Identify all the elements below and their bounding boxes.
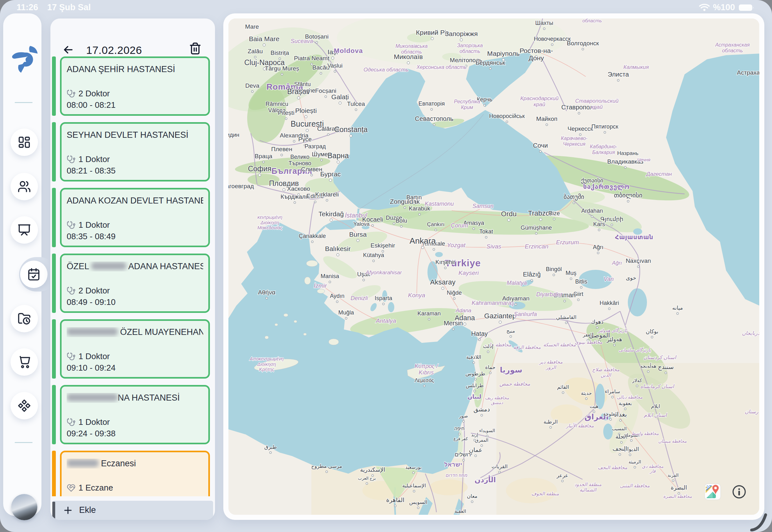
sidebar-item-orders[interactable] [11, 348, 38, 376]
map-label: رستان [745, 409, 759, 415]
map-label: Шахты [535, 20, 553, 26]
visit-list: ADANA ŞEHİR HASTANESİ2 Doktor08:00 - 08:… [50, 18, 215, 496]
visit-card[interactable]: ÖZEL ADANA HASTANESİ2 Doktor08:49 - 09:1… [52, 254, 212, 313]
map-label: Bistrița [271, 49, 289, 56]
sidebar-divider-bottom [15, 442, 33, 443]
maps-logo-icon[interactable] [704, 484, 721, 500]
visit-card-body[interactable]: SEYHAN DEVLET HASTANESİ1 Doktor08:21 - 0… [60, 122, 210, 181]
map-label: Дагестан [646, 171, 672, 177]
map-label: κεντρωμένηΔιοίκησηΜακεδονίας [257, 214, 283, 230]
visit-card-body[interactable]: ADANA ŞEHİR HASTANESİ2 Doktor08:00 - 08:… [60, 56, 210, 116]
add-visit-row[interactable]: Ekle [52, 501, 213, 520]
visit-card[interactable]: ADANA KOZAN DEVLET HASTANESİ1 Doktor08:3… [52, 188, 212, 247]
visit-card-body[interactable]: ADANA KOZAN DEVLET HASTANESİ1 Doktor08:3… [60, 188, 210, 247]
visit-title: ADANA KOZAN DEVLET HASTANESİ [67, 196, 203, 206]
map-label: Moldova [334, 47, 363, 54]
visit-card-body[interactable]: NA HASTANESİ1 Doktor09:24 - 09:38 [60, 385, 210, 444]
map-label: Adana [455, 314, 475, 322]
map-label: Астраха [737, 69, 759, 76]
battery-icon [738, 4, 754, 12]
map-label: თბილისი [614, 192, 642, 199]
openstreetmap-canvas[interactable]: Кривий РігЗапоріжжяМиколаївМаріупольМелі… [228, 18, 759, 515]
map-label: Бургас [320, 170, 341, 178]
map-label: Հայաստան [615, 234, 653, 240]
visit-card[interactable]: SEYHAN DEVLET HASTANESİ1 Doktor08:21 - 0… [52, 122, 212, 181]
map-label: Vaslui [327, 63, 343, 69]
stethoscope-icon [67, 155, 76, 164]
map-label: البصرة [671, 484, 687, 491]
visit-card[interactable]: Eczanesi1 Eczane [52, 451, 212, 496]
visit-count-label: 1 Doktor [78, 154, 110, 164]
visit-card-body[interactable]: ÖZEL MUAYENEHANE1 Doktor09:10 - 09:24 [60, 319, 210, 379]
visit-card[interactable]: ADANA ŞEHİR HASTANESİ2 Doktor08:00 - 08:… [52, 56, 212, 116]
map-card: Кривий РігЗапоріжжяМиколаївМаріупольМелі… [223, 13, 764, 520]
visit-count-label: 2 Doktor [78, 286, 110, 296]
visit-card[interactable]: ÖZEL MUAYENEHANE1 Doktor09:10 - 09:24 [52, 319, 212, 379]
map-label: Пятигорск [591, 123, 618, 130]
map-label: Yalova [353, 221, 370, 227]
map-label: идин [228, 132, 239, 138]
folder-clock-icon [18, 312, 31, 325]
user-avatar[interactable] [11, 494, 37, 520]
map-viewport[interactable]: Кривий РігЗапоріжжяМиколаївМаріупольМелі… [228, 18, 759, 515]
map-label: محافظة حمص [500, 381, 531, 387]
map-label: Eskişehir [370, 242, 395, 249]
visit-timeline-bar [52, 319, 56, 379]
map-label: Muğla [338, 309, 354, 316]
visit-time-range: 08:35 - 08:49 [67, 232, 115, 241]
sidebar-item-apps[interactable] [11, 392, 38, 419]
map-label: Сочи [533, 142, 548, 149]
map-label: Маріуполь [487, 50, 520, 57]
map-label: طرابلس [466, 383, 484, 389]
visit-title: SEYHAN DEVLET HASTANESİ [67, 130, 203, 140]
map-label: هه‌ولێر [606, 336, 622, 343]
map-label: Ağrı [593, 244, 603, 250]
sidebar-item-users[interactable] [11, 173, 38, 200]
sidebar-item-planning-active[interactable] [20, 261, 48, 288]
map-label: دهوك [591, 319, 603, 325]
map-label: محافظة البصرة [663, 494, 692, 499]
map-label: بورسعيد [405, 464, 421, 470]
status-time: 11:26 [17, 3, 38, 12]
map-label: هيت [590, 403, 598, 409]
map-label: Çorum [451, 222, 468, 229]
map-label: Kastamonu [425, 201, 454, 207]
map-label: Constanța [334, 125, 368, 134]
map-label: Одеська область [364, 67, 409, 73]
map-label: بغداد [614, 411, 627, 418]
visit-card-body[interactable]: ÖZEL ADANA HASTANESİ2 Doktor08:49 - 09:1… [60, 254, 210, 313]
sidebar-item-reports[interactable] [11, 305, 38, 332]
stethoscope-icon [67, 418, 76, 427]
map-label: محافظة ميسان [658, 439, 687, 444]
visit-card-body[interactable]: Eczanesi1 Eczane [60, 451, 210, 496]
drag-handle[interactable] [52, 502, 55, 519]
map-label: عرعر [556, 473, 568, 479]
map-label: پارێزگای سلێمانی [619, 347, 651, 353]
map-label: Konya [408, 292, 425, 299]
map-label: Deva [245, 82, 260, 89]
add-visit-label: Ekle [79, 505, 96, 515]
map-label: بوکان [646, 329, 658, 335]
map-label: Новоросійськ [489, 113, 525, 119]
map-label: Хасково [287, 185, 310, 192]
visit-card[interactable]: NA HASTANESİ1 Doktor09:24 - 09:38 [52, 385, 212, 444]
map-label: القائم [557, 384, 569, 390]
visit-title: Eczanesi [67, 459, 203, 469]
map-label: İzmir [314, 282, 327, 289]
map-label: Târgu Mureș [265, 65, 299, 72]
calendar-check-icon [27, 268, 41, 281]
map-label: Suceava [291, 38, 313, 44]
visit-title: ÖZEL ADANA HASTANESİ [67, 262, 203, 271]
info-icon[interactable] [732, 484, 746, 499]
sidebar-item-presentation[interactable] [11, 216, 38, 244]
map-label: Bolu [396, 218, 407, 224]
map-label: агоевград [228, 183, 254, 189]
map-label: Бердянськ [476, 59, 505, 66]
map-label: Калмыкия [623, 64, 649, 70]
map-label: Ağrı [612, 260, 622, 266]
map-label: Zalău [248, 48, 263, 55]
map-label: Karaman [417, 310, 441, 317]
sidebar-item-dashboard[interactable] [11, 129, 38, 156]
map-label: Antalya [375, 317, 396, 324]
map-label: Aydın [330, 293, 345, 299]
